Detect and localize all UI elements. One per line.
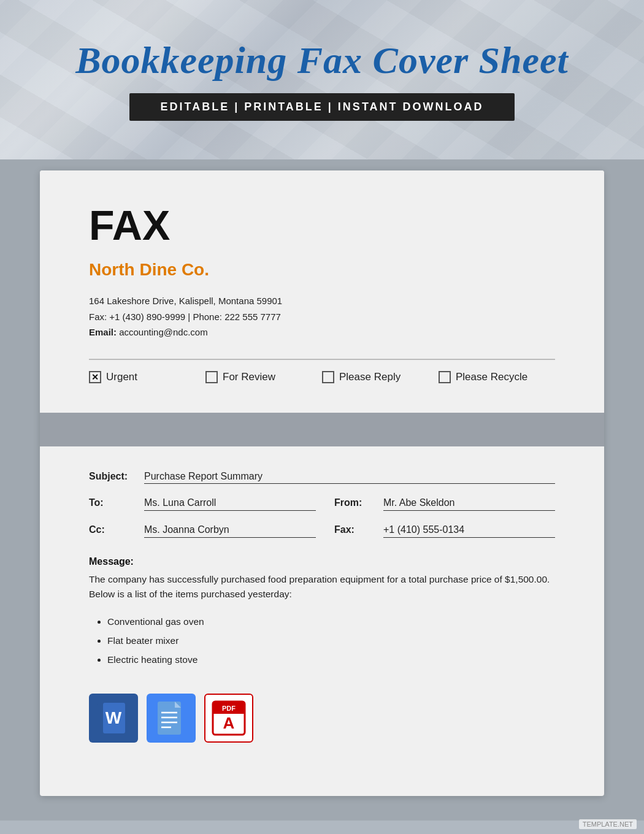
email-label: Email: [89, 327, 117, 337]
message-section: Message: The company has successfully pu… [89, 556, 555, 670]
email-line: Email: accounting@ndc.com [89, 324, 555, 340]
cc-label: Cc: [89, 524, 144, 535]
fax-title: FAX [89, 201, 555, 249]
subject-value: Purchase Report Summary [144, 471, 555, 484]
icons-row: W [89, 694, 555, 743]
checkbox-for-review-label: For Review [223, 371, 275, 383]
from-label: From: [334, 497, 383, 508]
fax-number-label: Fax: [334, 524, 383, 535]
checkboxes-row: ✕ Urgent For Review Please Reply Please … [89, 359, 555, 394]
subject-row: Subject: Purchase Report Summary [89, 471, 555, 484]
message-label: Message: [89, 556, 555, 567]
svg-text:PDF: PDF [222, 705, 236, 712]
document-bottom: Subject: Purchase Report Summary To: Ms.… [40, 446, 604, 774]
document: FAX North Dine Co. 164 Lakeshore Drive, … [40, 170, 604, 796]
checkbox-for-review-box[interactable] [205, 371, 218, 383]
watermark: TEMPLATE.NET [579, 819, 637, 829]
to-label: To: [89, 497, 144, 508]
cc-value: Ms. Joanna Corbyn [144, 524, 316, 538]
gray-divider [40, 413, 604, 446]
checkbox-please-recycle-box[interactable] [439, 371, 451, 383]
from-value: Mr. Abe Skeldon [383, 497, 555, 511]
word-icon-button[interactable]: W [89, 694, 138, 743]
to-value: Ms. Luna Carroll [144, 497, 316, 511]
checkbox-please-recycle-label: Please Recycle [456, 371, 527, 383]
checkbox-urgent[interactable]: ✕ Urgent [89, 371, 205, 383]
svg-text:W: W [105, 708, 122, 727]
google-doc-icon-button[interactable] [147, 694, 196, 743]
pdf-svg-icon: PDF A [212, 700, 246, 736]
contact-info: 164 Lakeshore Drive, Kalispell, Montana … [89, 293, 555, 340]
cc-fax-row: Cc: Ms. Joanna Corbyn Fax: +1 (410) 555-… [89, 524, 555, 538]
checkbox-please-reply-box[interactable] [322, 371, 334, 383]
word-svg-icon: W [96, 700, 131, 736]
company-name: North Dine Co. [89, 260, 555, 280]
bullet-list: Conventional gas oven Flat beater mixer … [89, 612, 555, 669]
checkbox-for-review[interactable]: For Review [205, 371, 322, 383]
document-top: FAX North Dine Co. 164 Lakeshore Drive, … [40, 170, 604, 413]
subtitle-bar: EDITABLE | PRINTABLE | INSTANT DOWNLOAD [129, 93, 514, 121]
header-section: Bookkeeping Fax Cover Sheet EDITABLE | P… [0, 0, 644, 159]
address: 164 Lakeshore Drive, Kalispell, Montana … [89, 293, 555, 309]
fax-phone: Fax: +1 (430) 890-9999 | Phone: 222 555 … [89, 309, 555, 325]
email-value: accounting@ndc.com [119, 327, 207, 337]
pdf-icon-button[interactable]: PDF A [204, 694, 253, 743]
svg-text:A: A [223, 714, 235, 732]
checkbox-please-recycle[interactable]: Please Recycle [439, 371, 555, 383]
list-item: Flat beater mixer [107, 631, 555, 650]
fax-number-value: +1 (410) 555-0134 [383, 524, 555, 538]
to-from-row: To: Ms. Luna Carroll From: Mr. Abe Skeld… [89, 497, 555, 511]
checkbox-urgent-box[interactable]: ✕ [89, 371, 101, 383]
checkbox-urgent-label: Urgent [106, 371, 137, 383]
list-item: Conventional gas oven [107, 612, 555, 631]
subject-label: Subject: [89, 471, 144, 482]
checkbox-please-reply-label: Please Reply [339, 371, 401, 383]
list-item: Electric heating stove [107, 650, 555, 669]
page-title: Bookkeeping Fax Cover Sheet [75, 39, 569, 82]
document-wrapper: FAX North Dine Co. 164 Lakeshore Drive, … [0, 159, 644, 821]
checkbox-please-reply[interactable]: Please Reply [322, 371, 439, 383]
message-text: The company has successfully purchased f… [89, 572, 555, 603]
google-doc-svg-icon [155, 700, 187, 736]
